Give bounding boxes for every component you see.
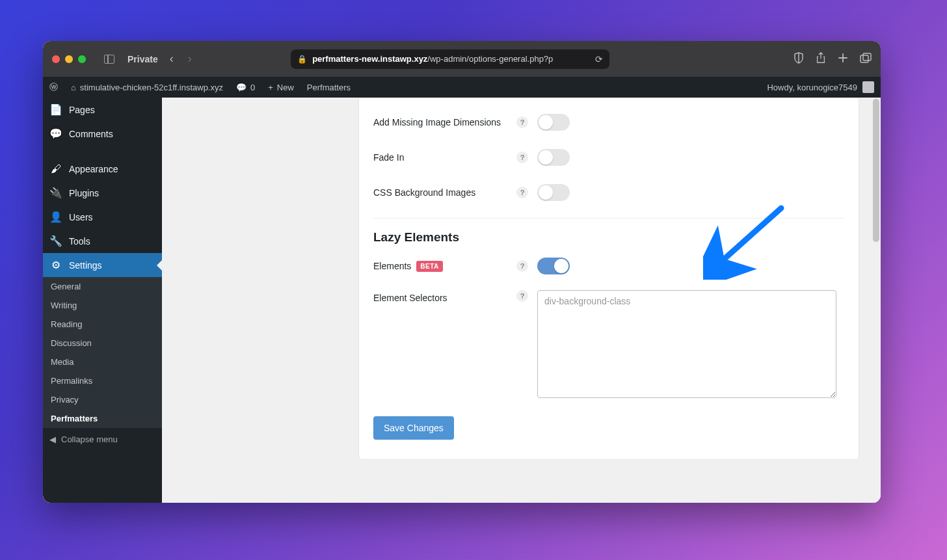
- sidebar-item-label: Settings: [69, 260, 102, 271]
- submenu-permalinks[interactable]: Permalinks: [43, 371, 162, 390]
- sidebar-item-label: Pages: [69, 105, 95, 115]
- element-selectors-textarea[interactable]: [537, 290, 836, 398]
- site-name-menu[interactable]: ⌂ stimulative-chicken-52c1ff.instawp.xyz: [64, 77, 230, 98]
- content-wrap: 📄 Pages 💬 Comments 🖌 Appearance 🔌 Plugin…: [43, 98, 881, 503]
- address-bar[interactable]: 🔒 perfmatters-new.instawp.xyz/wp-admin/o…: [291, 49, 609, 69]
- help-icon[interactable]: ?: [516, 116, 528, 128]
- nav-forward-icon: ›: [185, 52, 194, 66]
- submenu-media[interactable]: Media: [43, 353, 162, 371]
- plugins-icon: 🔌: [49, 187, 62, 199]
- sidebar-toggle-icon[interactable]: [104, 55, 114, 64]
- admin-sidebar: 📄 Pages 💬 Comments 🖌 Appearance 🔌 Plugin…: [43, 98, 162, 503]
- help-icon[interactable]: ?: [516, 187, 528, 198]
- setting-label: Fade In: [373, 152, 516, 163]
- wp-logo-menu[interactable]: ⓦ: [43, 77, 64, 98]
- svg-rect-0: [860, 55, 868, 62]
- nav-back-icon[interactable]: ‹: [167, 52, 176, 66]
- sidebar-item-plugins[interactable]: 🔌 Plugins: [43, 181, 162, 205]
- submenu-perfmatters[interactable]: Perfmatters: [43, 409, 162, 428]
- settings-submenu: General Writing Reading Discussion Media…: [43, 277, 162, 428]
- pages-icon: 📄: [49, 103, 62, 116]
- sidebar-item-label: Plugins: [69, 188, 99, 198]
- help-icon[interactable]: ?: [516, 152, 528, 163]
- close-window-button[interactable]: [52, 55, 60, 63]
- minimize-window-button[interactable]: [65, 55, 73, 63]
- help-icon[interactable]: ?: [516, 290, 528, 302]
- wordpress-icon: ⓦ: [49, 81, 58, 93]
- sidebar-item-users[interactable]: 👤 Users: [43, 205, 162, 229]
- new-content-menu[interactable]: + New: [261, 77, 300, 98]
- comment-icon: 💬: [236, 83, 247, 92]
- browser-window: Private ‹ › 🔒 perfmatters-new.instawp.xy…: [43, 41, 881, 503]
- setting-label: Add Missing Image Dimensions: [373, 117, 516, 127]
- setting-fade-in: Fade In ?: [373, 140, 844, 175]
- users-icon: 👤: [49, 211, 62, 223]
- traffic-lights: [52, 55, 86, 63]
- toggle-css-background-images[interactable]: [537, 184, 570, 201]
- sidebar-item-label: Tools: [69, 236, 90, 247]
- submenu-privacy[interactable]: Privacy: [43, 390, 162, 409]
- new-content-label: New: [277, 83, 294, 92]
- setting-label: Element Selectors: [373, 290, 516, 303]
- perfmatters-menu[interactable]: Perfmatters: [300, 77, 357, 98]
- settings-icon: ⚙: [49, 259, 62, 271]
- toggle-fade-in[interactable]: [537, 149, 570, 166]
- sidebar-item-settings[interactable]: ⚙ Settings: [43, 253, 162, 277]
- collapse-menu-button[interactable]: ◀ Collapse menu: [43, 428, 162, 451]
- tools-icon: 🔧: [49, 235, 62, 247]
- howdy-text: Howdy, korunogice7549: [767, 83, 857, 92]
- comments-icon: 💬: [49, 127, 62, 140]
- url-text: perfmatters-new.instawp.xyz/wp-admin/opt…: [312, 54, 553, 64]
- beta-badge: BETA: [416, 261, 442, 272]
- elements-label: Elements: [373, 261, 411, 271]
- settings-card: Add Missing Image Dimensions ? Fade In ?…: [358, 98, 859, 460]
- setting-label: CSS Background Images: [373, 187, 516, 198]
- sidebar-item-pages[interactable]: 📄 Pages: [43, 98, 162, 122]
- main-content: Add Missing Image Dimensions ? Fade In ?…: [162, 98, 881, 503]
- home-icon: ⌂: [71, 83, 76, 92]
- sidebar-item-comments[interactable]: 💬 Comments: [43, 122, 162, 146]
- maximize-window-button[interactable]: [78, 55, 86, 63]
- comment-count: 0: [250, 83, 255, 92]
- tab-overview-icon[interactable]: [860, 53, 872, 66]
- avatar: [862, 81, 874, 93]
- comments-menu[interactable]: 💬 0: [230, 77, 261, 98]
- setting-elements: Elements BETA ?: [373, 248, 844, 284]
- svg-rect-1: [863, 53, 871, 60]
- help-icon[interactable]: ?: [516, 260, 528, 272]
- scrollbar-thumb[interactable]: [873, 99, 879, 242]
- sidebar-item-label: Appearance: [69, 164, 118, 174]
- reload-icon[interactable]: ⟳: [595, 54, 603, 64]
- toggle-elements[interactable]: [537, 258, 570, 274]
- collapse-label: Collapse menu: [61, 434, 118, 444]
- share-icon[interactable]: [816, 52, 826, 66]
- setting-css-background-images: CSS Background Images ?: [373, 175, 844, 210]
- lock-icon: 🔒: [297, 55, 307, 64]
- shield-icon[interactable]: [794, 52, 804, 66]
- save-changes-button[interactable]: Save Changes: [373, 416, 454, 440]
- submenu-writing[interactable]: Writing: [43, 296, 162, 315]
- private-label: Private: [127, 54, 158, 64]
- section-divider: [373, 218, 844, 219]
- account-menu[interactable]: Howdy, korunogice7549: [767, 81, 881, 93]
- setting-element-selectors: Element Selectors ?: [373, 284, 844, 405]
- browser-titlebar: Private ‹ › 🔒 perfmatters-new.instawp.xy…: [43, 41, 881, 77]
- setting-add-missing-dimensions: Add Missing Image Dimensions ?: [373, 105, 844, 140]
- wp-admin-bar: ⓦ ⌂ stimulative-chicken-52c1ff.instawp.x…: [43, 77, 881, 98]
- appearance-icon: 🖌: [49, 163, 62, 175]
- sidebar-item-label: Comments: [69, 129, 113, 139]
- new-tab-icon[interactable]: [838, 53, 848, 66]
- setting-label: Elements BETA: [373, 261, 516, 272]
- collapse-icon: ◀: [49, 434, 56, 444]
- sidebar-item-tools[interactable]: 🔧 Tools: [43, 229, 162, 253]
- site-name-label: stimulative-chicken-52c1ff.instawp.xyz: [80, 83, 223, 92]
- perfmatters-menu-label: Perfmatters: [307, 83, 351, 92]
- submenu-reading[interactable]: Reading: [43, 315, 162, 334]
- toggle-add-missing-dimensions[interactable]: [537, 114, 570, 131]
- submenu-general[interactable]: General: [43, 277, 162, 296]
- submenu-discussion[interactable]: Discussion: [43, 334, 162, 353]
- plus-icon: +: [268, 83, 273, 92]
- lazy-elements-heading: Lazy Elements: [373, 230, 844, 245]
- sidebar-item-appearance[interactable]: 🖌 Appearance: [43, 157, 162, 181]
- sidebar-item-label: Users: [69, 212, 93, 222]
